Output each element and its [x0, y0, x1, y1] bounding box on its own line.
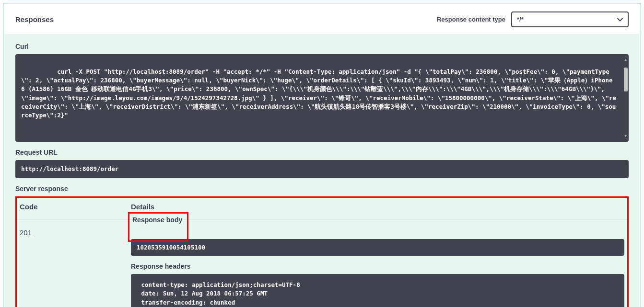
highlight-box: Code Details 201 Response body Res — [15, 196, 629, 307]
curl-label: Curl — [15, 43, 629, 50]
request-url-section: Request URL http://localhost:8089/order — [15, 148, 629, 178]
response-table-header: Code Details — [17, 198, 627, 220]
content-type-value: */* — [517, 16, 524, 23]
content-type-select[interactable]: */* — [511, 11, 629, 27]
responses-header-bar: Responses Response content type */* — [5, 5, 639, 34]
chevron-down-icon — [617, 18, 623, 22]
request-url-label: Request URL — [15, 148, 629, 156]
response-headers-block[interactable]: content-type: application/json;charset=U… — [131, 274, 624, 307]
scrollbar-thumb[interactable] — [624, 68, 628, 91]
code-column-header: Code — [17, 203, 131, 211]
server-response-label: Server response — [15, 185, 629, 193]
curl-section: Curl curl -X POST "http://localhost:8089… — [15, 43, 629, 142]
responses-title: Responses — [15, 15, 54, 23]
status-code: 201 — [17, 227, 131, 307]
scroll-up-arrow-icon[interactable]: ▲ — [624, 58, 628, 62]
curl-command-block[interactable]: curl -X POST "http://localhost:8089/orde… — [15, 54, 629, 142]
content-type-label: Response content type — [437, 16, 505, 23]
response-panel: Curl curl -X POST "http://localhost:8089… — [5, 34, 639, 307]
response-headers-section: Response headers content-type: applicati… — [131, 262, 624, 307]
response-headers-label: Response headers — [131, 262, 624, 270]
response-body-section: Response body Response body 102853591005… — [131, 227, 624, 256]
content-type-group: Response content type */* — [437, 11, 629, 27]
curl-command-text: curl -X POST "http://localhost:8089/orde… — [21, 68, 616, 119]
response-row: 201 Response body Response body — [17, 220, 627, 307]
curl-scrollbar[interactable]: ▲ ▼ — [624, 58, 628, 138]
api-panel: Responses Response content type */* Curl… — [3, 3, 641, 307]
request-url-block[interactable]: http://localhost:8089/order — [15, 160, 629, 178]
response-body-block[interactable]: 1028535910054105100 — [131, 239, 624, 256]
response-body-value: 1028535910054105100 — [137, 244, 205, 251]
scroll-down-arrow-icon[interactable]: ▼ — [624, 134, 628, 138]
inner-container: Responses Response content type */* Curl… — [5, 5, 639, 307]
response-details: Response body Response body 102853591005… — [131, 227, 627, 307]
details-column-header: Details — [131, 203, 154, 211]
